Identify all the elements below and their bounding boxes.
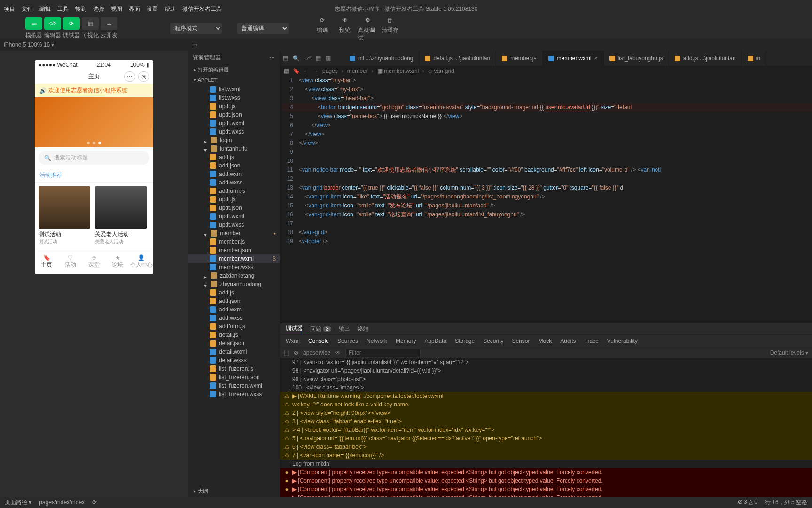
- folder-item[interactable]: ▸zaixianketang: [188, 271, 280, 280]
- split-icon[interactable]: ▥: [326, 55, 331, 62]
- folder-item[interactable]: ▾zhiyuanhuodong: [188, 280, 280, 288]
- bc-back[interactable]: ←: [304, 68, 309, 74]
- dev-subtab-console[interactable]: Console: [308, 338, 329, 344]
- file-item[interactable]: add.js: [188, 288, 280, 297]
- file-item[interactable]: updt.wxss: [188, 221, 280, 229]
- file-item[interactable]: list_fuzeren.wxml: [188, 381, 280, 390]
- dev-tab-problems[interactable]: 问题 3: [310, 325, 331, 333]
- file-item[interactable]: detail.js: [188, 331, 280, 339]
- ext-icon[interactable]: ▦: [316, 55, 321, 62]
- file-item[interactable]: list.wxml: [188, 85, 280, 94]
- bc-item[interactable]: pages: [322, 68, 338, 74]
- dev-subtab-mock[interactable]: Mock: [539, 338, 552, 344]
- bc-bookmark-icon[interactable]: 🔖: [293, 68, 300, 74]
- editor-tab[interactable]: add.js ...\jiaoliuluntan: [669, 51, 742, 66]
- menu-goto[interactable]: 转到: [75, 5, 86, 13]
- context-select[interactable]: appservice: [303, 349, 330, 356]
- code-editor[interactable]: 1<view class="my-bar">2 <view class="my-…: [280, 76, 812, 323]
- file-item[interactable]: add.wxml: [188, 305, 280, 314]
- outline-section[interactable]: ▸ 大纲: [188, 486, 280, 497]
- levels-select[interactable]: Default levels ▾: [770, 349, 808, 356]
- file-item[interactable]: addform.js: [188, 322, 280, 331]
- dev-subtab-wxml[interactable]: Wxml: [286, 338, 300, 344]
- file-item[interactable]: add.json: [188, 297, 280, 305]
- visual-button[interactable]: ▦: [82, 17, 99, 30]
- search-input[interactable]: 🔍 搜索活动标题: [39, 151, 149, 165]
- editor-tab[interactable]: member.wxml×: [543, 51, 604, 66]
- cloud-button[interactable]: ☁: [101, 17, 117, 30]
- capsule-close[interactable]: ◎: [138, 71, 149, 82]
- dev-subtab-audits[interactable]: Audits: [560, 338, 576, 344]
- errors-label[interactable]: ⊘ 3 △ 0: [738, 499, 757, 507]
- editor-button[interactable]: </>: [44, 17, 61, 30]
- file-item[interactable]: list_fuzeren.js: [188, 365, 280, 373]
- eye-icon[interactable]: 👁: [335, 349, 341, 356]
- open-editors-section[interactable]: ▸ 打开的编辑器: [188, 64, 280, 75]
- dev-subtab-vulnerability[interactable]: Vulnerability: [607, 338, 638, 344]
- menu-help[interactable]: 帮助: [164, 5, 176, 13]
- file-item[interactable]: updt.js: [188, 102, 280, 111]
- device-label[interactable]: iPhone 5 100% 16 ▾: [4, 41, 54, 48]
- applet-section[interactable]: ▾ APPLET: [188, 75, 280, 85]
- dev-subtab-network[interactable]: Network: [367, 338, 387, 344]
- file-item[interactable]: list.wxss: [188, 94, 280, 102]
- file-item[interactable]: detail.json: [188, 339, 280, 348]
- mode-select[interactable]: 程序模式: [170, 23, 222, 34]
- git-icon[interactable]: ⎇: [304, 55, 311, 62]
- menu-project[interactable]: 项目: [4, 5, 15, 13]
- dev-subtab-security[interactable]: Security: [483, 338, 503, 344]
- file-item[interactable]: list_fuzeren.json: [188, 373, 280, 381]
- menu-settings[interactable]: 设置: [147, 5, 158, 13]
- dev-subtab-appdata[interactable]: AppData: [424, 338, 446, 344]
- file-item[interactable]: add.json: [188, 161, 280, 170]
- realdevice-button[interactable]: ⚙: [359, 14, 376, 26]
- tab-class[interactable]: ☺课堂: [82, 249, 106, 274]
- compile-select[interactable]: 普通编译: [237, 23, 289, 34]
- console-output[interactable]: 97 | <van-col wx:for="{{ jiaoliuluntanli…: [280, 358, 812, 497]
- card-item[interactable]: 关爱老人活动 关爱老人活动: [95, 186, 147, 245]
- close-icon[interactable]: ×: [594, 55, 598, 62]
- tab-forum[interactable]: ★论坛: [106, 249, 129, 274]
- file-item[interactable]: list_fuzeren.wxss: [188, 390, 280, 398]
- bc-icon[interactable]: ▤: [284, 68, 289, 74]
- more-icon[interactable]: ⋯: [269, 55, 275, 61]
- menu-interface[interactable]: 界面: [129, 5, 140, 13]
- dev-subtab-trace[interactable]: Trace: [585, 338, 599, 344]
- pagepath-label[interactable]: 页面路径 ▾: [5, 499, 31, 507]
- dev-subtab-memory[interactable]: Memory: [396, 338, 416, 344]
- folder-item[interactable]: ▸login: [188, 136, 280, 144]
- dev-tab-terminal[interactable]: 终端: [358, 325, 369, 333]
- capsule-more[interactable]: ⋯: [124, 71, 135, 82]
- file-item[interactable]: member.js: [188, 238, 280, 246]
- editor-tab[interactable]: list_fabuyonghu.js: [604, 51, 669, 66]
- file-item[interactable]: updt.wxml: [188, 119, 280, 127]
- path-value[interactable]: pages/index/index: [39, 499, 85, 506]
- swiper[interactable]: [35, 97, 153, 147]
- file-item[interactable]: member.wxss: [188, 263, 280, 271]
- editor-tab[interactable]: detail.js ...\jiaoliuluntan: [419, 51, 496, 66]
- compile-button[interactable]: ⟳: [314, 14, 331, 26]
- screenshot-icon[interactable]: ▭: [192, 41, 197, 48]
- editor-tab[interactable]: member.js: [496, 51, 542, 66]
- file-item[interactable]: add.wxss: [188, 178, 280, 187]
- file-item[interactable]: updt.wxml: [188, 212, 280, 221]
- tab-home[interactable]: 🔖主页: [35, 249, 58, 274]
- explorer-icon[interactable]: ▤: [283, 55, 288, 62]
- file-item[interactable]: add.wxss: [188, 314, 280, 322]
- folder-item[interactable]: ▾member: [188, 229, 280, 238]
- menu-select[interactable]: 选择: [93, 5, 104, 13]
- editor-tab[interactable]: in: [742, 51, 766, 66]
- search-icon[interactable]: 🔍: [293, 55, 300, 62]
- sync-icon[interactable]: ⟳: [92, 499, 97, 506]
- menu-edit[interactable]: 编辑: [39, 5, 51, 13]
- folder-item[interactable]: ▾luntanhuifu: [188, 144, 280, 153]
- menu-tool[interactable]: 工具: [57, 5, 69, 13]
- file-item[interactable]: updt.js: [188, 195, 280, 204]
- file-item[interactable]: addform.js: [188, 187, 280, 195]
- file-item[interactable]: detail.wxss: [188, 356, 280, 365]
- file-item[interactable]: add.wxml: [188, 170, 280, 178]
- menu-view[interactable]: 视图: [111, 5, 122, 13]
- menu-wxdevtool[interactable]: 微信开发者工具: [182, 5, 222, 13]
- bc-item[interactable]: ▦ member.wxml: [377, 68, 419, 74]
- dev-subtab-sources[interactable]: Sources: [337, 338, 358, 344]
